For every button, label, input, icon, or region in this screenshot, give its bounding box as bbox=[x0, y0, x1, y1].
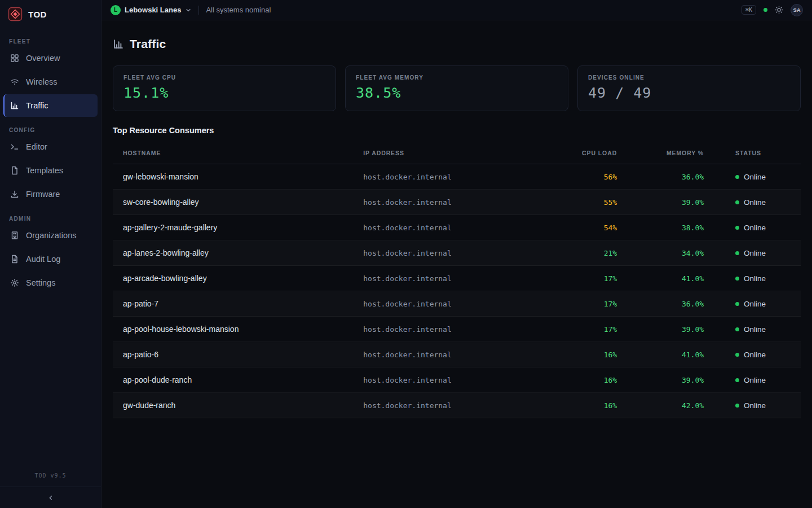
cpu-load-cell: 54% bbox=[547, 224, 617, 232]
table-body: gw-lebowski-mansion host.docker.internal… bbox=[113, 164, 801, 418]
memory-cell: 36.0% bbox=[617, 173, 704, 181]
main-content: Traffic Fleet Avg CPU 15.1% Fleet Avg Me… bbox=[102, 20, 812, 418]
org-name: Lebowski Lanes bbox=[125, 6, 181, 14]
table-row[interactable]: ap-gallery-2-maude-gallery host.docker.i… bbox=[113, 215, 801, 240]
status-cell: Online bbox=[704, 401, 791, 410]
status-cell: Online bbox=[704, 249, 791, 257]
page-title-chart-icon bbox=[113, 38, 124, 50]
sidebar-item-organizations[interactable]: Organizations bbox=[3, 224, 98, 247]
nav-section-admin-label: Admin bbox=[9, 216, 92, 222]
hostname-cell: ap-arcade-bowling-alley bbox=[123, 274, 363, 283]
stat-label: Devices Online bbox=[588, 75, 790, 81]
nav-label: Settings bbox=[26, 278, 55, 287]
table-row[interactable]: sw-core-bowling-alley host.docker.intern… bbox=[113, 190, 801, 215]
hostname-cell: ap-gallery-2-maude-gallery bbox=[123, 223, 363, 232]
nav-label: Audit Log bbox=[26, 255, 60, 264]
stat-value: 38.5% bbox=[356, 85, 558, 101]
sidebar-item-overview[interactable]: Overview bbox=[3, 47, 98, 69]
table-row[interactable]: ap-pool-house-lebowski-mansion host.dock… bbox=[113, 317, 801, 342]
status-label: Online bbox=[744, 351, 766, 359]
status-cell: Online bbox=[704, 300, 791, 308]
column-header-cpu-load: CPU Load bbox=[547, 150, 617, 156]
nav-label: Firmware bbox=[26, 190, 60, 199]
hostname-cell: ap-patio-6 bbox=[123, 350, 363, 359]
sidebar: TOD Fleet Overview Wireless bbox=[0, 0, 102, 508]
bar-chart-icon bbox=[10, 101, 19, 110]
status-label: Online bbox=[744, 198, 766, 207]
online-status-dot bbox=[735, 226, 739, 230]
ip-address-cell: host.docker.internal bbox=[363, 300, 547, 308]
memory-cell: 42.0% bbox=[617, 401, 704, 410]
table-row[interactable]: ap-patio-7 host.docker.internal 17% 36.0… bbox=[113, 291, 801, 317]
column-header-ip-address: IP Address bbox=[363, 150, 547, 156]
system-status-text: All systems nominal bbox=[206, 6, 271, 14]
memory-cell: 39.0% bbox=[617, 376, 704, 384]
app-version: TOD v9.5 bbox=[0, 467, 101, 487]
ip-address-cell: host.docker.internal bbox=[363, 351, 547, 359]
cpu-load-cell: 17% bbox=[547, 325, 617, 334]
sidebar-item-traffic[interactable]: Traffic bbox=[3, 94, 98, 117]
cpu-load-cell: 56% bbox=[547, 173, 617, 181]
sidebar-item-editor[interactable]: Editor bbox=[3, 135, 98, 158]
online-status-dot bbox=[735, 251, 739, 255]
memory-cell: 39.0% bbox=[617, 198, 704, 207]
sidebar-item-wireless[interactable]: Wireless bbox=[3, 71, 98, 93]
app-logo[interactable]: TOD bbox=[0, 0, 101, 28]
online-status-dot bbox=[735, 277, 739, 281]
ip-address-cell: host.docker.internal bbox=[363, 224, 547, 232]
column-header-hostname: Hostname bbox=[123, 150, 363, 156]
ip-address-cell: host.docker.internal bbox=[363, 173, 547, 181]
table-row[interactable]: ap-arcade-bowling-alley host.docker.inte… bbox=[113, 266, 801, 291]
chevron-left-icon bbox=[47, 494, 55, 502]
sidebar-item-audit-log[interactable]: Audit Log bbox=[3, 248, 98, 270]
table-header-row: Hostname IP Address CPU Load Memory % St… bbox=[113, 142, 801, 164]
cpu-load-cell: 17% bbox=[547, 300, 617, 308]
memory-cell: 41.0% bbox=[617, 274, 704, 283]
online-status-dot bbox=[735, 353, 739, 357]
online-status-dot bbox=[735, 175, 739, 179]
command-palette-shortcut[interactable]: ⌘K bbox=[742, 5, 756, 15]
table-row[interactable]: ap-lanes-2-bowling-alley host.docker.int… bbox=[113, 240, 801, 266]
table-row[interactable]: ap-pool-dude-ranch host.docker.internal … bbox=[113, 367, 801, 393]
table-row[interactable]: gw-dude-ranch host.docker.internal 16% 4… bbox=[113, 393, 801, 418]
app-name: TOD bbox=[28, 10, 47, 19]
sidebar-item-firmware[interactable]: Firmware bbox=[3, 183, 98, 205]
health-status-dot bbox=[764, 8, 767, 12]
online-status-dot bbox=[735, 378, 739, 382]
user-avatar[interactable]: SA bbox=[791, 4, 803, 16]
status-label: Online bbox=[744, 173, 766, 181]
cpu-load-cell: 17% bbox=[547, 274, 617, 283]
cpu-load-cell: 16% bbox=[547, 351, 617, 359]
memory-cell: 36.0% bbox=[617, 300, 704, 308]
hostname-cell: gw-dude-ranch bbox=[123, 401, 363, 410]
status-cell: Online bbox=[704, 351, 791, 359]
org-badge: L bbox=[111, 5, 121, 15]
hostname-cell: gw-lebowski-mansion bbox=[123, 172, 363, 181]
ip-address-cell: host.docker.internal bbox=[363, 198, 547, 207]
ip-address-cell: host.docker.internal bbox=[363, 274, 547, 283]
online-status-dot bbox=[735, 302, 739, 306]
table-row[interactable]: ap-patio-6 host.docker.internal 16% 41.0… bbox=[113, 342, 801, 367]
status-label: Online bbox=[744, 249, 766, 257]
wifi-icon bbox=[10, 77, 19, 86]
cpu-load-cell: 16% bbox=[547, 376, 617, 384]
sidebar-item-settings[interactable]: Settings bbox=[3, 271, 98, 294]
theme-toggle-button[interactable] bbox=[775, 6, 783, 14]
nav-label: Traffic bbox=[26, 101, 48, 110]
sidebar-item-templates[interactable]: Templates bbox=[3, 159, 98, 182]
hostname-cell: ap-lanes-2-bowling-alley bbox=[123, 248, 363, 257]
stats-grid: Fleet Avg CPU 15.1% Fleet Avg Memory 38.… bbox=[113, 65, 801, 111]
nav-label: Wireless bbox=[26, 77, 58, 86]
org-switcher[interactable]: L Lebowski Lanes bbox=[111, 5, 192, 15]
gear-icon bbox=[10, 278, 19, 287]
table-row[interactable]: gw-lebowski-mansion host.docker.internal… bbox=[113, 164, 801, 190]
table-title: Top Resource Consumers bbox=[113, 126, 801, 135]
topbar: L Lebowski Lanes All systems nominal ⌘K … bbox=[102, 0, 812, 20]
sidebar-nav: Fleet Overview Wireless bbox=[0, 28, 101, 295]
sidebar-collapse-button[interactable] bbox=[0, 487, 101, 508]
nav-label: Organizations bbox=[26, 231, 76, 240]
status-label: Online bbox=[744, 224, 766, 232]
logo-icon bbox=[8, 7, 23, 21]
status-label: Online bbox=[744, 376, 766, 384]
online-status-dot bbox=[735, 404, 739, 408]
